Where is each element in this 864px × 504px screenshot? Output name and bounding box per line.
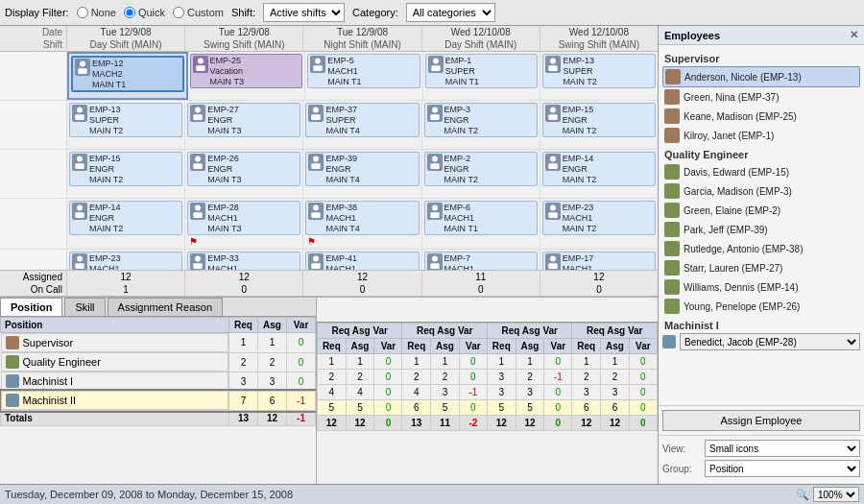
grid-col-1-3: EMP-3ENGRMAIN T2: [422, 101, 540, 149]
emp-card[interactable]: EMP-1SUPERMAIN T1: [425, 54, 539, 88]
emp-list-item[interactable]: Green, Nina (EMP-37): [662, 87, 860, 107]
emp-avatar: [308, 105, 324, 122]
tab-position[interactable]: Position: [0, 298, 62, 316]
svg-point-28: [550, 156, 556, 162]
emp-avatar-icon: [664, 108, 680, 124]
emp-card[interactable]: EMP-37SUPERMAIN T4: [305, 103, 419, 137]
date-cell-2: Tue 12/9/08: [303, 26, 421, 38]
svg-point-48: [550, 256, 556, 262]
emp-list-item[interactable]: Green, Elaine (EMP-2): [662, 201, 860, 220]
emp-list-item[interactable]: Starr, Lauren (EMP-27): [662, 258, 860, 277]
emp-list-item[interactable]: Kilroy, Janet (EMP-1): [662, 126, 860, 145]
shift-select[interactable]: Active shifts: [263, 3, 345, 22]
emp-card[interactable]: EMP-15ENGRMAIN T2: [69, 152, 182, 186]
ext-table-scroll[interactable]: Req Asg Var Req Asg Var Req Asg Var Req …: [317, 323, 658, 484]
grid-col-4-4: EMP-17MACH1MAIN T2: [540, 250, 658, 270]
shift-cell-3: Day Shift (MAIN): [422, 38, 540, 51]
svg-rect-31: [75, 212, 84, 218]
emp-list-item[interactable]: Williams, Dennis (EMP-14): [662, 277, 860, 297]
emp-card[interactable]: EMP-23MACH1MAIN T2: [69, 252, 182, 270]
bottom-left-panel: Position Skill Assignment Reason Positio…: [0, 298, 317, 484]
category-select[interactable]: All categories: [406, 3, 495, 22]
machinist-select[interactable]: Benedict, Jacob (EMP-28): [680, 333, 860, 350]
emp-avatar: [545, 253, 561, 270]
emp-avatar-icon: [662, 335, 676, 348]
emp-list-item[interactable]: Garcia, Madison (EMP-3): [662, 181, 860, 201]
filter-bar: Display Filter: None Quick Custom Shift:…: [0, 0, 864, 26]
emp-list-item[interactable]: Rutledge, Antonio (EMP-38): [662, 239, 860, 258]
emp-card[interactable]: EMP-7MACH1MAIN T1: [424, 252, 538, 270]
tab-skill[interactable]: Skill: [64, 298, 105, 316]
filter-none-option[interactable]: None: [77, 7, 116, 18]
tab-assignment-reason[interactable]: Assignment Reason: [108, 298, 223, 316]
shift-cell-0: Day Shift (MAIN): [67, 38, 185, 51]
emp-card[interactable]: EMP-14ENGRMAIN T2: [69, 201, 182, 235]
grid-col-3-0: EMP-14ENGRMAIN T2: [67, 199, 185, 249]
svg-point-22: [195, 156, 201, 162]
emp-card[interactable]: EMP-12MACH2MAIN T1: [71, 56, 184, 92]
svg-point-14: [313, 108, 319, 113]
emp-card[interactable]: EMP-2ENGRMAIN T2: [424, 152, 538, 186]
emp-card[interactable]: EMP-13SUPERMAIN T2: [542, 54, 656, 88]
emp-card[interactable]: EMP-26ENGRMAIN T3: [187, 152, 300, 186]
date-cell-3: Wed 12/10/08: [422, 26, 540, 38]
filter-quick-option[interactable]: Quick: [124, 7, 165, 18]
grid-col-3-1: EMP-28MACH1MAIN T3 ⚑: [185, 199, 303, 249]
section-title-quality-engineer: Quality Engineer: [662, 149, 860, 160]
emp-card[interactable]: EMP-27ENGRMAIN T3: [187, 103, 300, 137]
emp-avatar: [427, 203, 443, 220]
emp-card[interactable]: EMP-5MACH1MAIN T1: [307, 54, 420, 88]
shift-row: Shift Day Shift (MAIN) Swing Shift (MAIN…: [0, 38, 658, 51]
right-panel-title: Employees: [664, 30, 720, 41]
svg-point-20: [77, 156, 83, 162]
svg-point-2: [198, 59, 204, 64]
emp-list-item[interactable]: Keane, Madison (EMP-25): [662, 107, 860, 126]
svg-point-42: [195, 256, 201, 262]
emp-list-item[interactable]: Park, Jeff (EMP-39): [662, 220, 860, 239]
emp-card[interactable]: EMP-28MACH1MAIN T3: [187, 201, 300, 235]
svg-rect-15: [312, 114, 321, 120]
group-select[interactable]: Position: [705, 460, 860, 477]
pos-asg: 12: [258, 411, 287, 426]
emp-name: Rutledge, Antonio (EMP-38): [684, 244, 804, 254]
filter-custom-option[interactable]: Custom: [173, 7, 224, 18]
status-right: 🔍 100%: [796, 487, 859, 502]
ext-col-header-0: Req Asg Var: [318, 324, 402, 339]
svg-rect-21: [75, 163, 84, 169]
emp-list-item[interactable]: Anderson, Nicole (EMP-13): [662, 66, 860, 87]
assign-employee-button[interactable]: Assign Employee: [662, 410, 860, 431]
emp-card[interactable]: EMP-13SUPERMAIN T2: [69, 103, 182, 137]
emp-avatar: [75, 59, 90, 76]
emp-card[interactable]: EMP-38MACH1MAIN T4: [305, 201, 419, 235]
emp-card[interactable]: EMP-15ENGRMAIN T2: [542, 103, 656, 137]
emp-card[interactable]: EMP-33MACH1MAIN T3: [187, 252, 300, 270]
close-icon[interactable]: ✕: [850, 29, 858, 41]
grid-col-1-4: EMP-15ENGRMAIN T2: [540, 101, 658, 149]
emp-card[interactable]: EMP-17MACH1MAIN T2: [542, 252, 656, 270]
filter-custom-radio[interactable]: [173, 7, 184, 18]
svg-rect-49: [548, 264, 557, 270]
svg-rect-35: [312, 212, 321, 218]
emp-list-item[interactable]: Young, Penelope (EMP-26): [662, 297, 860, 316]
emp-name: Green, Elaine (EMP-2): [684, 205, 780, 216]
filter-none-radio[interactable]: [77, 7, 88, 18]
emp-card[interactable]: EMP-23MACH1MAIN T2: [542, 201, 656, 235]
date-header: Date Tue 12/9/08 Tue 12/9/08 Tue 12/9/08…: [0, 26, 658, 52]
emp-card[interactable]: EMP-3ENGRMAIN T2: [424, 103, 538, 137]
svg-point-26: [432, 156, 438, 162]
emp-card[interactable]: EMP-39ENGRMAIN T4: [305, 152, 419, 186]
ext-table-body: 110 110 110 110 220 220 32-1: [318, 354, 658, 431]
filter-quick-radio[interactable]: [124, 7, 135, 18]
row-label-1: [0, 101, 67, 149]
emp-card[interactable]: EMP-41MACH1MAIN T4: [305, 252, 419, 270]
emp-card[interactable]: EMP-6MACH1MAIN T1: [424, 201, 538, 235]
emp-card[interactable]: EMP-14ENGRMAIN T2: [542, 152, 656, 186]
emp-card-vacation[interactable]: EMP-25VacationMAIN T3: [190, 54, 303, 88]
zoom-select[interactable]: 100%: [813, 487, 859, 502]
emp-list-item[interactable]: Davis, Edward (EMP-15): [662, 162, 860, 181]
ext-row-m1: 440 43-1 330 330: [318, 385, 658, 400]
grid-col-0-4: EMP-13SUPERMAIN T2: [540, 52, 658, 100]
svg-point-36: [432, 205, 438, 211]
view-select[interactable]: Small icons: [705, 440, 860, 457]
assigned-val-0: 12: [67, 271, 185, 283]
